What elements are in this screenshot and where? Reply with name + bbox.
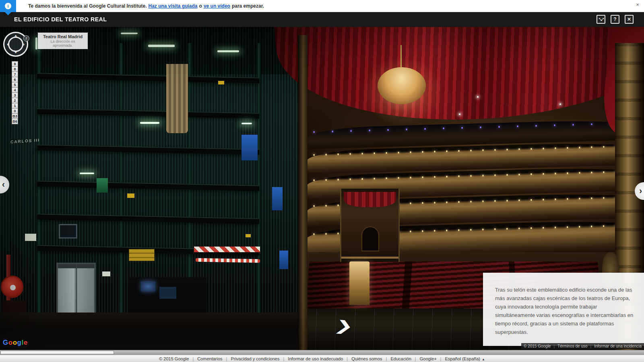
warning-sign	[129, 249, 155, 261]
royal-box	[340, 189, 400, 262]
fluorescent-light	[242, 123, 252, 124]
hazard-stripe-bar	[194, 247, 260, 252]
exhibit-header: EL EDIFICIO DEL TEATRO REAL ⤡⤢ ? ✕	[0, 12, 644, 27]
report-problem-link[interactable]: Informar de una incidencia	[590, 344, 642, 348]
floor-button-9[interactable]: 9	[12, 61, 18, 67]
pan-up-icon[interactable]: ˄	[14, 34, 17, 39]
welcome-message: Te damos la bienvenida al Google Cultura…	[28, 0, 264, 12]
terms-link[interactable]: Términos de uso	[553, 344, 587, 348]
page-title: EL EDIFICIO DEL TEATRO REAL	[14, 16, 107, 23]
notification-bar: i Te damos la bienvenida al Google Cultu…	[0, 0, 644, 12]
footer-bar: © 2015 Google |Comentarios|Privacidad y …	[0, 355, 644, 362]
floor-button-B6[interactable]: B6	[12, 119, 18, 124]
fluorescent-light	[35, 37, 37, 49]
language-selector[interactable]: Español (España)▲	[445, 356, 485, 361]
welcome-text: Te damos la bienvenida al Google Cultura…	[28, 3, 147, 9]
location-subtitle: La dirección es aproximada.	[40, 39, 85, 47]
floor-button-4[interactable]: 4	[12, 87, 18, 93]
video-link[interactable]: ve un vídeo	[204, 3, 230, 9]
footer-link[interactable]: Privacidad y condiciones	[231, 356, 279, 361]
footer-links: |Comentarios|Privacidad y condiciones|In…	[189, 356, 485, 361]
fluorescent-light	[121, 33, 138, 34]
footer-link[interactable]: Quiénes somos	[351, 356, 382, 361]
monitor-screen	[159, 287, 176, 299]
streetview-panorama[interactable]: CARLOS III ˄ ˅ ‹ › z Teatro Real Madrid …	[0, 27, 644, 350]
backstage-drape	[166, 64, 188, 133]
location-title: Teatro Real Madrid	[40, 34, 85, 39]
floor-selector: 9876543210B3B6	[12, 62, 18, 124]
guided-tour-link[interactable]: Haz una visita guiada	[149, 3, 198, 9]
compass-badge[interactable]: z	[23, 35, 29, 41]
footer-link[interactable]: Google+	[420, 356, 437, 361]
attribution-bar: © 2015 Google Términos de uso Informar d…	[521, 343, 644, 349]
floor-button-2[interactable]: 2	[12, 98, 18, 103]
fluorescent-light	[80, 173, 94, 174]
pan-right-icon[interactable]: ›	[23, 42, 25, 47]
fire-hose-reel	[1, 276, 23, 298]
floor-button-3[interactable]: 3	[12, 93, 18, 98]
footer-link[interactable]: Educación	[390, 356, 411, 361]
scrollbar-thumb[interactable]	[0, 351, 114, 354]
floor-button-B3[interactable]: B3	[12, 113, 18, 119]
language-arrow-icon: ▲	[482, 358, 485, 361]
location-card: Teatro Real Madrid La dirección es aprox…	[38, 33, 88, 49]
info-icon-tail	[5, 12, 11, 15]
notification-close-icon[interactable]: ×	[634, 2, 641, 8]
backstage-photo: CARLOS III	[0, 27, 303, 350]
fullscreen-button[interactable]: ⤡⤢	[597, 15, 605, 24]
footer-link[interactable]: Informar de uso inadecuado	[288, 356, 343, 361]
fluorescent-light	[140, 122, 159, 124]
pan-compass-control[interactable]: ˄ ˅ ‹ › z	[3, 32, 28, 57]
info-icon: i	[0, 0, 16, 12]
chandelier	[378, 67, 426, 104]
pan-down-icon[interactable]: ˅	[14, 49, 17, 54]
footer-copyright: © 2015 Google	[159, 356, 189, 361]
lit-doorway	[349, 261, 369, 305]
help-button[interactable]: ?	[611, 15, 619, 24]
proscenium-edge	[298, 35, 308, 350]
pan-left-icon[interactable]: ‹	[7, 42, 8, 47]
stage-floor-left	[0, 313, 303, 350]
floor-button-1[interactable]: 1	[12, 103, 18, 109]
close-exhibit-button[interactable]: ✕	[625, 15, 634, 24]
description-card: Tras su telón este emblemático edificio …	[483, 273, 644, 346]
floor-button-0[interactable]: 0	[12, 108, 18, 114]
footer-link[interactable]: Comentarios	[197, 356, 222, 361]
fluorescent-light	[217, 50, 239, 52]
tv-monitor	[59, 224, 77, 239]
floor-button-6[interactable]: 6	[12, 77, 18, 82]
suffix-text: para empezar.	[232, 3, 264, 9]
floor-button-8[interactable]: 8	[12, 66, 18, 72]
attribution-copyright: © 2015 Google	[524, 344, 551, 348]
description-text: Tras su telón este emblemático edificio …	[495, 287, 633, 335]
horizontal-scrollbar[interactable]	[0, 350, 644, 355]
fluorescent-light	[148, 45, 175, 47]
floor-button-7[interactable]: 7	[12, 72, 18, 77]
floor-button-5[interactable]: 5	[12, 82, 18, 88]
monitor-screen	[141, 281, 155, 292]
google-logo[interactable]: Google	[3, 339, 28, 347]
conjunction-text: o	[199, 3, 202, 9]
